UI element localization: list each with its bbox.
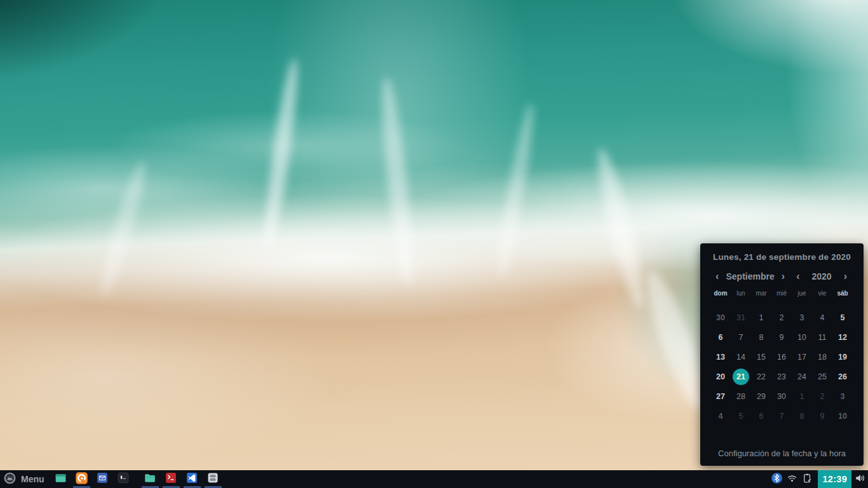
calendar-day[interactable]: 4: [712, 408, 729, 424]
calendar-day[interactable]: 30: [773, 388, 790, 405]
prev-year-button[interactable]: ‹: [795, 272, 801, 281]
calendar-day[interactable]: 9: [814, 408, 831, 424]
calendar-nav: ‹ Septiembre › ‹ 2020 ›: [710, 271, 853, 281]
show-desktop-icon: [54, 471, 67, 487]
launcher-group-gap: [134, 479, 140, 480]
month-label: Septiembre: [726, 271, 774, 281]
mail-icon: [96, 471, 109, 487]
firefox-button[interactable]: [71, 470, 92, 488]
calendar-day[interactable]: 28: [733, 388, 749, 405]
calendar-day-selected[interactable]: 21: [733, 369, 749, 385]
system-tray: 12:39: [769, 470, 868, 488]
foam-streak: [260, 57, 302, 248]
file-manager-folder-icon: [143, 471, 157, 487]
calendar-day[interactable]: 6: [753, 408, 770, 424]
calendar-day[interactable]: 15: [753, 349, 770, 365]
next-year-button[interactable]: ›: [843, 272, 848, 281]
volume-button[interactable]: [851, 470, 868, 488]
foam-streak: [590, 146, 651, 312]
next-month-button[interactable]: ›: [780, 272, 786, 281]
calendar-day[interactable]: 13: [712, 349, 729, 365]
calendar-day[interactable]: 18: [814, 349, 831, 365]
month-nav: ‹ Septiembre ›: [710, 271, 789, 281]
calendar-day[interactable]: 4: [814, 309, 831, 326]
calendar-day[interactable]: 1: [753, 309, 770, 326]
calendar-day[interactable]: 29: [753, 388, 770, 405]
terminal-dark-icon: [117, 471, 130, 487]
file-manager-button[interactable]: [140, 470, 161, 488]
calendar-day[interactable]: 30: [712, 309, 729, 326]
mail-button[interactable]: [92, 470, 113, 488]
calendar-day[interactable]: 24: [794, 369, 810, 385]
weekday-label: sáb: [832, 290, 853, 297]
weekday-label: jue: [792, 290, 812, 297]
calendar-day[interactable]: 1: [794, 388, 810, 405]
calendar-day[interactable]: 25: [814, 369, 831, 385]
calendar-day[interactable]: 5: [834, 309, 851, 326]
calendar-day[interactable]: 3: [794, 309, 810, 326]
taskbar-panel: Menu: [0, 470, 868, 488]
calendar-day[interactable]: 20: [712, 369, 729, 385]
weekday-header-row: domlunmarmiéjueviesáb: [710, 290, 853, 297]
menu-button[interactable]: Menu: [0, 470, 50, 488]
clipboard-edit-icon: [801, 472, 813, 487]
clipboard-edit-button[interactable]: [799, 470, 815, 488]
foam-streak: [493, 102, 539, 280]
calendar-day[interactable]: 16: [773, 349, 790, 365]
weekday-label: mié: [771, 290, 792, 297]
calendar-day[interactable]: 5: [733, 408, 749, 424]
window-stack-icon: [207, 471, 219, 487]
calendar-day[interactable]: 3: [834, 388, 851, 405]
calendar-day[interactable]: 14: [733, 349, 749, 365]
desktop: Lunes, 21 de septiembre de 2020 ‹ Septie…: [0, 0, 868, 488]
speaker-icon: [854, 472, 866, 487]
calendar-day[interactable]: 2: [773, 309, 790, 326]
calendar-day[interactable]: 19: [834, 349, 851, 365]
menu-button-label: Menu: [21, 474, 44, 484]
calendar-day[interactable]: 27: [712, 388, 729, 405]
calendar-day[interactable]: 31: [733, 309, 749, 326]
calendar-day[interactable]: 11: [814, 329, 831, 346]
year-label: 2020: [812, 271, 832, 281]
calendar-day[interactable]: 7: [773, 408, 790, 424]
foam-streak: [377, 76, 417, 286]
distro-mountain-logo-icon: [4, 472, 16, 487]
vscode-button[interactable]: [182, 470, 203, 488]
clock-button[interactable]: 12:39: [818, 470, 851, 488]
firefox-icon: [75, 471, 88, 487]
calendar-day[interactable]: 2: [814, 388, 831, 405]
calendar-day[interactable]: 26: [834, 369, 851, 385]
calendar-day[interactable]: 12: [834, 329, 851, 346]
bluetooth-icon: [771, 472, 783, 487]
network-button[interactable]: [784, 470, 799, 488]
calendar-day-grid: 3031123456789101112131415161718192021222…: [710, 308, 853, 426]
foam-streak: [95, 159, 151, 298]
window-stack-button[interactable]: [203, 470, 224, 488]
show-desktop-button[interactable]: [50, 470, 71, 488]
terminal-button[interactable]: [113, 470, 134, 488]
calendar-day[interactable]: 9: [773, 329, 790, 346]
calendar-day[interactable]: 8: [794, 408, 810, 424]
calendar-day[interactable]: 7: [733, 329, 749, 346]
calendar-day[interactable]: 23: [773, 369, 790, 385]
calendar-day[interactable]: 6: [712, 329, 729, 346]
vscode-icon: [186, 471, 198, 487]
weekday-label: vie: [812, 290, 832, 297]
wifi-icon: [786, 472, 798, 487]
calendar-day[interactable]: 17: [794, 349, 810, 365]
terminal-red-button[interactable]: [161, 470, 182, 488]
prev-month-button[interactable]: ‹: [714, 272, 720, 281]
datetime-settings-link[interactable]: Configuración de la fecha y la hora: [710, 449, 853, 458]
calendar-popup: Lunes, 21 de septiembre de 2020 ‹ Septie…: [700, 243, 864, 466]
terminal-red-icon: [165, 471, 177, 487]
calendar-day[interactable]: 10: [834, 408, 851, 424]
weekday-label: dom: [710, 290, 731, 297]
weekday-label: mar: [751, 290, 771, 297]
weekday-label: lun: [731, 290, 751, 297]
year-nav: ‹ 2020 ›: [789, 271, 853, 281]
calendar-day[interactable]: 8: [753, 329, 770, 346]
calendar-date-title: Lunes, 21 de septiembre de 2020: [710, 252, 853, 262]
calendar-day[interactable]: 10: [794, 329, 810, 346]
calendar-day[interactable]: 22: [753, 369, 770, 385]
bluetooth-button[interactable]: [769, 470, 784, 488]
